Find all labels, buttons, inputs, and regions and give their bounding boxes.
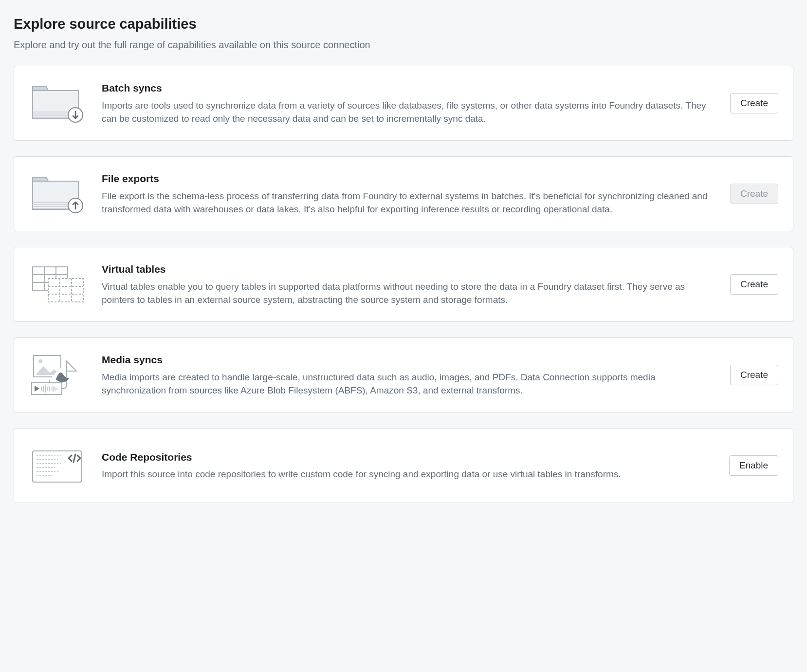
capability-title: File exports bbox=[102, 171, 715, 186]
create-button[interactable]: Create bbox=[730, 274, 778, 295]
capability-action: Enable bbox=[729, 455, 778, 476]
create-button[interactable]: Create bbox=[730, 365, 778, 385]
page-subtitle: Explore and try out the full range of ca… bbox=[14, 38, 793, 52]
media-syncs-icon bbox=[29, 352, 87, 398]
capability-card: Batch syncsImports are tools used to syn… bbox=[14, 66, 793, 141]
capability-card: File exportsFile export is the schema-le… bbox=[14, 156, 793, 231]
folder-up-icon bbox=[29, 170, 87, 217]
capabilities-list: Batch syncsImports are tools used to syn… bbox=[14, 66, 793, 503]
capability-title: Code Repositories bbox=[102, 450, 715, 465]
code-repo-icon bbox=[29, 442, 87, 489]
capability-title: Batch syncs bbox=[102, 81, 715, 95]
virtual-tables-icon bbox=[29, 261, 87, 308]
capability-action: Create bbox=[730, 365, 778, 385]
capability-body: Batch syncsImports are tools used to syn… bbox=[102, 81, 715, 126]
capability-body: File exportsFile export is the schema-le… bbox=[102, 171, 715, 216]
capability-title: Media syncs bbox=[102, 353, 715, 367]
svg-rect-60 bbox=[48, 279, 83, 302]
capability-body: Virtual tablesVirtual tables enable you … bbox=[102, 262, 715, 307]
capability-card: Virtual tablesVirtual tables enable you … bbox=[14, 247, 793, 322]
create-button[interactable]: Create bbox=[730, 93, 778, 113]
capability-body: Media syncsMedia imports are created to … bbox=[102, 353, 715, 397]
enable-button[interactable]: Enable bbox=[729, 455, 778, 476]
capability-card: Media syncsMedia imports are created to … bbox=[14, 337, 793, 412]
capability-description: Media imports are created to handle larg… bbox=[102, 371, 715, 397]
create-button: Create bbox=[730, 184, 778, 204]
capability-description: Virtual tables enable you to query table… bbox=[102, 280, 715, 307]
capability-card: Code RepositoriesImport this source into… bbox=[14, 428, 793, 503]
capability-action: Create bbox=[730, 274, 778, 295]
folder-down-icon bbox=[29, 80, 87, 127]
capability-description: Imports are tools used to synchronize da… bbox=[102, 99, 715, 126]
page-title: Explore source capabilities bbox=[14, 14, 793, 34]
capability-title: Virtual tables bbox=[102, 262, 715, 277]
capability-action: Create bbox=[730, 184, 778, 204]
capability-description: File export is the schema-less process o… bbox=[102, 189, 715, 216]
capability-body: Code RepositoriesImport this source into… bbox=[102, 450, 715, 481]
svg-point-66 bbox=[38, 359, 42, 363]
capability-action: Create bbox=[730, 93, 778, 113]
capability-description: Import this source into code repositorie… bbox=[102, 467, 715, 481]
